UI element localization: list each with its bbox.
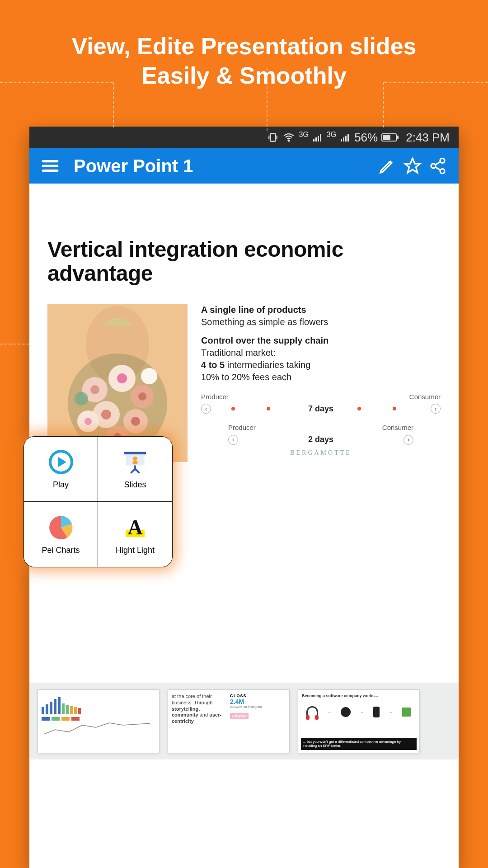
slide-para-3: 4 to 5 intermediaries taking	[201, 359, 441, 371]
slide-title: Vertical integration economic advantage	[47, 238, 441, 286]
thumb-text: followers on Instagram	[230, 705, 286, 708]
menu-button[interactable]	[38, 156, 63, 175]
timeline-track	[340, 439, 401, 440]
svg-rect-7	[343, 137, 344, 142]
thumb-text: at the core of their business. Through	[172, 693, 212, 705]
slide-thumbnail[interactable]	[38, 689, 160, 753]
timeline-center: 2 days	[305, 434, 337, 445]
thumb-text: 2.4M	[230, 698, 286, 705]
clock-time: 2:43 PM	[406, 131, 450, 145]
slide-thumbnail[interactable]: Becoming a software company works... → →…	[298, 689, 420, 753]
chevron-left-icon: ‹	[228, 435, 238, 445]
edit-button[interactable]	[375, 157, 400, 175]
slide-heading-2: Control over the supply chain	[201, 335, 441, 347]
svg-rect-41	[132, 461, 137, 464]
svg-point-31	[84, 418, 92, 425]
svg-point-40	[133, 457, 137, 461]
timeline-right-label: Consumer	[382, 423, 413, 432]
tool-play-button[interactable]: Play	[24, 437, 98, 502]
slide-thumbnails-strip[interactable]: at the core of their business. Through s…	[29, 683, 459, 760]
thumb-text: storytelling, community	[172, 706, 200, 718]
presentation-icon	[122, 448, 149, 476]
tool-label: Pei Charts	[42, 546, 80, 555]
svg-rect-2	[313, 139, 314, 142]
chevron-right-icon: ›	[404, 435, 413, 445]
thumb-text: GLOSS	[230, 693, 286, 698]
headline-line-2: Easily & Smoothly	[141, 62, 347, 89]
favorite-button[interactable]	[400, 157, 425, 175]
chevron-left-icon: ‹	[201, 404, 211, 414]
share-icon	[429, 157, 447, 175]
slide-viewport[interactable]: Vertical integration economic advantage	[29, 184, 459, 480]
svg-rect-3	[315, 137, 317, 142]
chevron-right-icon: ›	[431, 404, 441, 414]
pie-chart-icon	[47, 514, 75, 541]
signal-icon	[312, 132, 323, 143]
tool-label: Play	[53, 480, 69, 490]
svg-rect-6	[341, 139, 342, 142]
marketing-headline: View, Edite Presentation slides Easily &…	[0, 0, 488, 104]
timeline-track	[214, 408, 302, 409]
tools-popup: Play Slides Pei Charts A Hight Light	[23, 436, 173, 567]
timeline-center: 7 days	[305, 403, 337, 414]
box-icon	[402, 708, 411, 717]
headphones-icon	[306, 706, 318, 718]
status-bar: 3G 3G 56% 2:43 PM	[29, 127, 459, 148]
slide-heading-1: A single line of products	[201, 304, 441, 316]
tool-piecharts-button[interactable]: Pei Charts	[24, 502, 98, 567]
thumb-title: Becoming a software company works...	[302, 693, 416, 698]
battery-percent: 56%	[354, 131, 378, 145]
svg-point-29	[131, 417, 140, 426]
net-3g-label-2: 3G	[327, 131, 336, 139]
tool-highlight-button[interactable]: A Hight Light	[98, 502, 172, 567]
svg-point-34	[141, 368, 157, 384]
timeline-2days: Producer Consumer ‹ 2 days › BERGAMOTTE	[228, 423, 413, 457]
vibrate-icon	[267, 132, 279, 143]
menu-icon	[41, 156, 60, 175]
star-icon	[404, 157, 422, 175]
svg-point-21	[90, 385, 99, 394]
timeline-right-label: Consumer	[409, 392, 441, 401]
slide-thumbnail[interactable]: at the core of their business. Through s…	[168, 689, 290, 753]
svg-point-16	[440, 169, 445, 174]
thumb-text: and	[200, 712, 208, 717]
slide-text-column: A single line of products Something as s…	[201, 304, 441, 462]
thumb-caption: ... but you won't get a differentiated c…	[301, 738, 417, 750]
timeline-track	[241, 439, 302, 440]
timeline-left-label: Producer	[201, 392, 229, 401]
svg-point-25	[138, 392, 146, 401]
net-3g-label-1: 3G	[299, 131, 308, 139]
svg-rect-4	[318, 136, 319, 142]
svg-marker-13	[405, 158, 420, 173]
svg-point-35	[75, 392, 88, 406]
svg-rect-8	[345, 136, 347, 142]
phone-icon	[373, 707, 380, 717]
decor-dash	[0, 344, 29, 344]
thumb-badge: Glossier	[230, 713, 249, 719]
signal-icon	[340, 132, 351, 143]
slide-para-2: Traditional market:	[201, 347, 441, 359]
wifi-icon	[282, 131, 295, 144]
share-button[interactable]	[425, 157, 450, 175]
svg-rect-9	[347, 134, 349, 142]
headline-line-1: View, Edite Presentation slides	[72, 33, 417, 59]
thumbnail-chart-icon	[42, 696, 155, 714]
svg-rect-0	[271, 133, 276, 141]
tool-label: Slides	[124, 480, 146, 490]
thumbnail-line-icon	[42, 721, 155, 739]
svg-rect-11	[397, 136, 399, 139]
svg-rect-38	[124, 452, 146, 455]
brand-label: BERGAMOTTE	[228, 449, 413, 458]
svg-point-27	[101, 410, 111, 420]
battery-icon	[381, 132, 399, 142]
timeline-left-label: Producer	[228, 423, 256, 432]
highlight-icon: A	[122, 514, 149, 541]
timeline-track	[340, 408, 428, 409]
svg-point-14	[440, 158, 445, 163]
tool-slides-button[interactable]: Slides	[98, 437, 172, 502]
disc-icon	[341, 707, 351, 717]
tool-label: Hight Light	[116, 546, 155, 555]
timeline-7days: Producer Consumer ‹ 7 days ›	[201, 392, 441, 415]
svg-point-1	[288, 140, 290, 142]
svg-point-15	[431, 164, 436, 168]
